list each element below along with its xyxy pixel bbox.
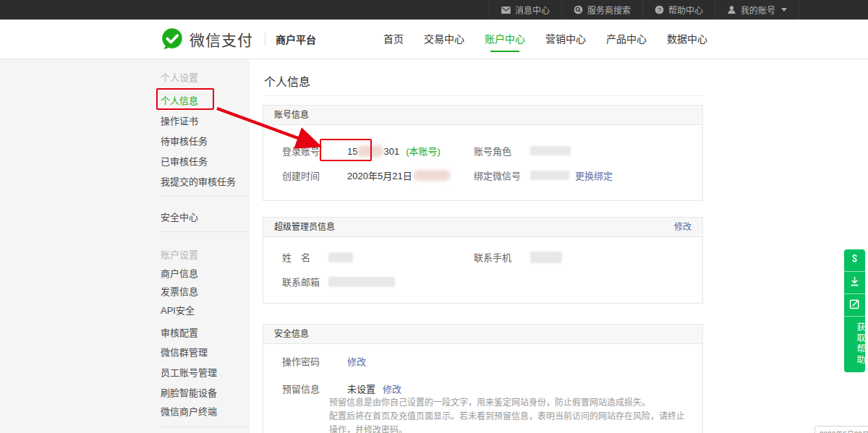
operation-password-row: 操作密码 修改	[282, 354, 366, 368]
edit-icon	[848, 297, 861, 314]
description-line: 配置后将在首页及充值页面显示。若未看到预留信息，表明当前访问的网站存在风险，请终…	[329, 410, 691, 433]
brand[interactable]: 微信支付 商户平台	[161, 27, 316, 51]
admin-phone-label: 联系手机	[474, 250, 511, 264]
admin-email-row: 联系邮箱	[282, 275, 395, 288]
nav-data-center[interactable]: 数据中心	[667, 20, 707, 59]
sidebar-divider	[161, 196, 250, 197]
sidebar-item-merchant-info[interactable]: 商户信息	[161, 266, 198, 280]
operation-password-label: 操作密码	[282, 354, 320, 368]
sidebar-item-pending-review-tasks[interactable]: 待审核任务	[161, 134, 208, 147]
super-admin-card-header: 超级管理员信息 修改	[263, 218, 702, 237]
nav-home[interactable]: 首页	[383, 20, 404, 59]
provider-search-label: 服务商搜索	[587, 4, 631, 16]
admin-phone-row: 联系手机	[474, 250, 562, 264]
page-title: 个人信息	[264, 72, 310, 90]
get-help-button[interactable]: 获取帮助	[844, 317, 865, 372]
sidebar-item-reviewed-tasks[interactable]: 已审核任务	[161, 154, 208, 168]
help-center-link[interactable]: ? 帮助中心	[642, 0, 715, 20]
reserve-info-label: 预留信息	[282, 382, 320, 395]
reserve-info-edit-link[interactable]: 修改	[383, 382, 401, 395]
nav-product-center[interactable]: 产品中心	[606, 20, 647, 59]
header: 微信支付 商户平台 首页 交易中心 账户中心 营销中心 产品中心 数据中心	[0, 20, 868, 59]
wechat-pay-logo-icon	[161, 27, 184, 51]
account-info-card-header: 账号信息	[263, 106, 702, 125]
sidebar-group-personal-settings: 个人设置	[161, 70, 198, 84]
redacted-wechat-id	[530, 171, 569, 180]
download-icon	[848, 275, 861, 291]
account-info-title: 账号信息	[274, 106, 309, 124]
sidebar-item-api-security[interactable]: API安全	[161, 303, 195, 317]
rebind-link[interactable]: 更换绑定	[575, 168, 613, 182]
sidebar-item-wechat-merchant-terminal[interactable]: 微信商户终端	[161, 404, 217, 418]
nav-transaction-center[interactable]: 交易中心	[424, 20, 464, 59]
sidebar-divider	[161, 426, 250, 427]
nav-marketing-center[interactable]: 营销中心	[545, 20, 586, 59]
redacted-admin-email	[328, 277, 395, 287]
nav-account-center[interactable]: 账户中心	[485, 20, 525, 59]
created-time-value: 2020年5月21日	[347, 168, 412, 182]
svg-text:?: ?	[658, 7, 661, 14]
operation-password-edit-link[interactable]: 修改	[347, 354, 366, 368]
topbar: 消息中心 服务商搜索 ? 帮助中心 我的账号	[0, 0, 868, 20]
help-center-label: 帮助中心	[668, 4, 703, 16]
login-suffix: 301	[383, 146, 399, 157]
question-icon: ?	[655, 5, 664, 14]
sidebar-group-account-settings: 账户设置	[161, 247, 198, 261]
brand-separator	[265, 33, 265, 46]
my-account-label: 我的账号	[741, 4, 775, 16]
redacted-account-role	[530, 146, 571, 155]
account-role-row: 账号角色	[474, 144, 571, 158]
reserve-info-value: 未设置	[347, 382, 375, 395]
feedback-button[interactable]	[844, 294, 865, 317]
sidebar-item-face-smart-device[interactable]: 刷脸智能设备	[161, 385, 217, 399]
sidebar-divider	[161, 231, 250, 232]
reserve-info-description: 预留信息是由你自己设置的一段文字，用来鉴定网站身份，防止假冒网站造成损失。 配置…	[329, 396, 691, 433]
current-account-note: (本账号)	[406, 144, 441, 158]
bound-wechat-label: 绑定微信号	[474, 168, 521, 182]
portal-name: 商户平台	[276, 32, 316, 46]
sidebar-item-security-center[interactable]: 安全中心	[161, 210, 198, 223]
sidebar-item-my-submitted-tasks[interactable]: 我提交的审核任务	[161, 174, 236, 188]
admin-email-label: 联系邮箱	[282, 275, 320, 288]
provider-search-link[interactable]: 服务商搜索	[561, 0, 642, 20]
floating-help-widget: 获取帮助	[844, 249, 865, 372]
redacted-created-time	[414, 170, 450, 181]
annotation-box-sidebar-personal-info	[156, 88, 214, 110]
message-center-link[interactable]: 消息中心	[489, 0, 561, 20]
brand-name: 微信支付	[190, 28, 253, 50]
login-account-label: 登录账号	[282, 144, 320, 158]
super-admin-edit-link[interactable]: 修改	[674, 218, 692, 236]
search-icon	[574, 5, 583, 14]
topbar-items: 消息中心 服务商搜索 ? 帮助中心 我的账号	[489, 0, 799, 20]
merchant-platform-page: 消息中心 服务商搜索 ? 帮助中心 我的账号 微信	[0, 0, 868, 433]
envelope-icon	[501, 7, 511, 14]
main-nav: 首页 交易中心 账户中心 营销中心 产品中心 数据中心	[383, 20, 707, 59]
message-center-label: 消息中心	[515, 4, 550, 16]
title-divider	[264, 95, 704, 96]
date-tooltip: 2020年5月22日	[814, 426, 868, 433]
admin-name-row: 姓 名	[282, 250, 353, 264]
redacted-admin-name	[328, 252, 353, 262]
hook-icon	[848, 252, 861, 269]
sidebar-item-staff-account-management[interactable]: 员工账号管理	[161, 365, 217, 379]
sidebar-item-operation-certificate[interactable]: 操作证书	[161, 113, 198, 127]
my-account-menu[interactable]: 我的账号	[715, 0, 799, 20]
account-role-label: 账号角色	[474, 144, 511, 158]
download-button[interactable]	[844, 272, 865, 294]
description-line: 预留信息是由你自己设置的一段文字，用来鉴定网站身份，防止假冒网站造成损失。	[329, 396, 691, 410]
chevron-down-icon	[781, 8, 787, 12]
reserve-info-row: 预留信息 未设置 修改	[282, 382, 401, 395]
person-icon	[727, 5, 736, 14]
redacted-admin-phone	[530, 252, 562, 263]
admin-name-label: 姓 名	[282, 250, 310, 264]
super-admin-title: 超级管理员信息	[274, 218, 335, 236]
security-info-card-header: 安全信息	[263, 325, 702, 344]
created-time-row: 创建时间 2020年5月21日	[282, 168, 450, 182]
bound-wechat-row: 绑定微信号 更换绑定	[474, 168, 613, 182]
security-info-title: 安全信息	[274, 325, 309, 343]
sidebar-item-wechat-group-management[interactable]: 微信群管理	[161, 345, 208, 359]
created-time-label: 创建时间	[282, 168, 320, 182]
sidebar-item-review-config[interactable]: 审核配置	[161, 325, 198, 339]
sidebar-item-invoice-info[interactable]: 发票信息	[161, 284, 198, 298]
hook-link-button[interactable]	[844, 249, 865, 272]
